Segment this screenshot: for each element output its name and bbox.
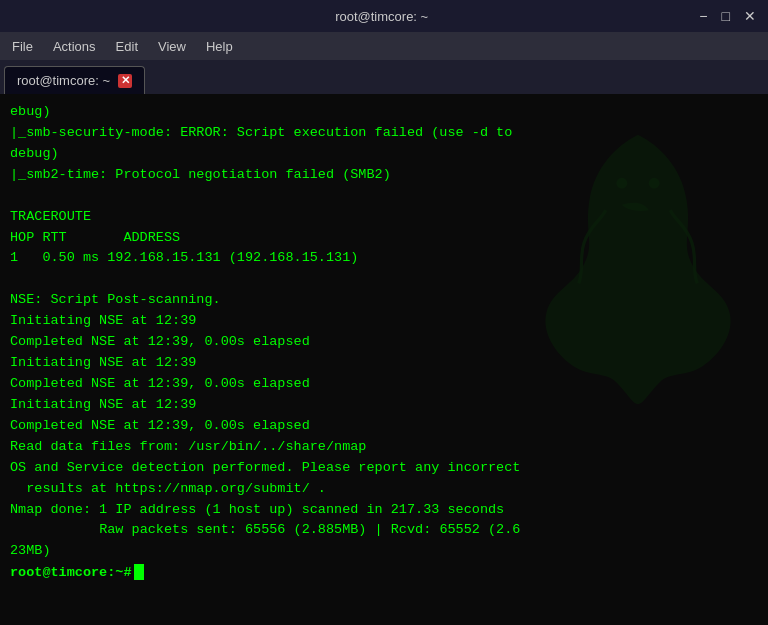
window-controls: − □ ✕ (695, 8, 760, 24)
terminal-prompt: root@timcore:~# (10, 565, 132, 580)
maximize-button[interactable]: □ (718, 8, 734, 24)
menu-edit[interactable]: Edit (108, 37, 146, 56)
menu-file[interactable]: File (4, 37, 41, 56)
terminal-tab[interactable]: root@timcore: ~ ✕ (4, 66, 145, 94)
menu-actions[interactable]: Actions (45, 37, 104, 56)
terminal-cursor (134, 564, 144, 580)
menu-help[interactable]: Help (198, 37, 241, 56)
close-button[interactable]: ✕ (740, 8, 760, 24)
tab-bar: root@timcore: ~ ✕ (0, 60, 768, 94)
terminal-output: ebug) |_smb-security-mode: ERROR: Script… (10, 102, 758, 562)
minimize-button[interactable]: − (695, 8, 711, 24)
tab-close-button[interactable]: ✕ (118, 74, 132, 88)
tab-label: root@timcore: ~ (17, 73, 110, 88)
terminal-window[interactable]: ebug) |_smb-security-mode: ERROR: Script… (0, 94, 768, 625)
title-bar: root@timcore: ~ − □ ✕ (0, 0, 768, 32)
terminal-prompt-line: root@timcore:~# (10, 564, 758, 580)
menu-bar: File Actions Edit View Help (0, 32, 768, 60)
window-title: root@timcore: ~ (68, 9, 695, 24)
menu-view[interactable]: View (150, 37, 194, 56)
